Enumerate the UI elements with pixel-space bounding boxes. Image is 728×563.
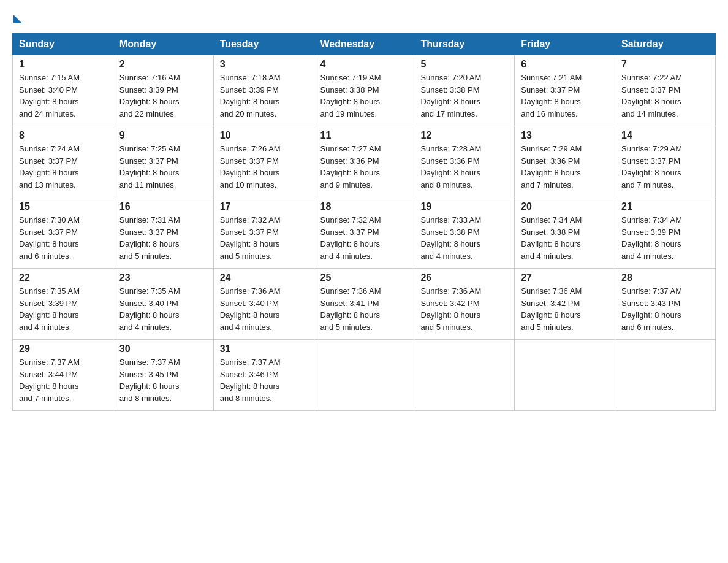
calendar-cell: 3 Sunrise: 7:18 AMSunset: 3:39 PMDayligh… <box>213 55 314 126</box>
weekday-header-thursday: Thursday <box>414 34 515 55</box>
calendar-cell: 4 Sunrise: 7:19 AMSunset: 3:38 PMDayligh… <box>314 55 414 126</box>
day-info: Sunrise: 7:32 AMSunset: 3:37 PMDaylight:… <box>220 214 308 262</box>
day-number: 18 <box>320 201 408 212</box>
day-info: Sunrise: 7:36 AMSunset: 3:42 PMDaylight:… <box>521 285 609 333</box>
day-info: Sunrise: 7:28 AMSunset: 3:36 PMDaylight:… <box>420 143 508 191</box>
calendar-cell: 16 Sunrise: 7:31 AMSunset: 3:37 PMDaylig… <box>113 197 213 269</box>
calendar-cell <box>414 340 515 411</box>
day-number: 23 <box>119 272 207 283</box>
day-info: Sunrise: 7:22 AMSunset: 3:37 PMDaylight:… <box>621 72 709 120</box>
day-info: Sunrise: 7:15 AMSunset: 3:40 PMDaylight:… <box>19 72 107 120</box>
day-info: Sunrise: 7:33 AMSunset: 3:38 PMDaylight:… <box>420 214 508 262</box>
calendar-cell: 29 Sunrise: 7:37 AMSunset: 3:44 PMDaylig… <box>13 340 113 411</box>
day-info: Sunrise: 7:37 AMSunset: 3:43 PMDaylight:… <box>621 285 709 333</box>
day-number: 27 <box>521 272 609 283</box>
calendar-cell: 7 Sunrise: 7:22 AMSunset: 3:37 PMDayligh… <box>615 55 716 126</box>
calendar-cell <box>314 340 414 411</box>
day-info: Sunrise: 7:35 AMSunset: 3:39 PMDaylight:… <box>19 285 107 333</box>
day-number: 28 <box>621 272 709 283</box>
calendar-cell: 30 Sunrise: 7:37 AMSunset: 3:45 PMDaylig… <box>113 340 213 411</box>
day-info: Sunrise: 7:36 AMSunset: 3:42 PMDaylight:… <box>420 285 508 333</box>
calendar-cell <box>515 340 615 411</box>
day-info: Sunrise: 7:29 AMSunset: 3:37 PMDaylight:… <box>621 143 709 191</box>
day-number: 29 <box>19 343 107 354</box>
day-info: Sunrise: 7:36 AMSunset: 3:40 PMDaylight:… <box>220 285 308 333</box>
day-info: Sunrise: 7:37 AMSunset: 3:46 PMDaylight:… <box>220 356 308 404</box>
calendar-cell: 19 Sunrise: 7:33 AMSunset: 3:38 PMDaylig… <box>414 197 515 269</box>
calendar-cell: 14 Sunrise: 7:29 AMSunset: 3:37 PMDaylig… <box>615 126 716 197</box>
day-info: Sunrise: 7:25 AMSunset: 3:37 PMDaylight:… <box>119 143 207 191</box>
calendar-cell: 18 Sunrise: 7:32 AMSunset: 3:37 PMDaylig… <box>314 197 414 269</box>
day-number: 3 <box>220 59 308 70</box>
calendar-cell: 8 Sunrise: 7:24 AMSunset: 3:37 PMDayligh… <box>13 126 113 197</box>
day-info: Sunrise: 7:18 AMSunset: 3:39 PMDaylight:… <box>220 72 308 120</box>
calendar-table: SundayMondayTuesdayWednesdayThursdayFrid… <box>12 33 716 411</box>
day-info: Sunrise: 7:20 AMSunset: 3:38 PMDaylight:… <box>420 72 508 120</box>
calendar-cell: 10 Sunrise: 7:26 AMSunset: 3:37 PMDaylig… <box>213 126 314 197</box>
day-number: 19 <box>420 201 508 212</box>
day-info: Sunrise: 7:16 AMSunset: 3:39 PMDaylight:… <box>119 72 207 120</box>
day-number: 5 <box>420 59 508 70</box>
weekday-header-sunday: Sunday <box>13 34 113 55</box>
calendar-cell: 13 Sunrise: 7:29 AMSunset: 3:36 PMDaylig… <box>515 126 615 197</box>
calendar-cell: 1 Sunrise: 7:15 AMSunset: 3:40 PMDayligh… <box>13 55 113 126</box>
calendar-cell: 2 Sunrise: 7:16 AMSunset: 3:39 PMDayligh… <box>113 55 213 126</box>
calendar-cell: 21 Sunrise: 7:34 AMSunset: 3:39 PMDaylig… <box>615 197 716 269</box>
weekday-header-friday: Friday <box>515 34 615 55</box>
day-number: 8 <box>19 130 107 141</box>
weekday-header-wednesday: Wednesday <box>314 34 414 55</box>
calendar-cell: 20 Sunrise: 7:34 AMSunset: 3:38 PMDaylig… <box>515 197 615 269</box>
day-info: Sunrise: 7:21 AMSunset: 3:37 PMDaylight:… <box>521 72 609 120</box>
weekday-header-tuesday: Tuesday <box>213 34 314 55</box>
day-number: 7 <box>621 59 709 70</box>
calendar-week-4: 22 Sunrise: 7:35 AMSunset: 3:39 PMDaylig… <box>13 269 716 340</box>
day-number: 30 <box>119 343 207 354</box>
calendar-cell: 12 Sunrise: 7:28 AMSunset: 3:36 PMDaylig… <box>414 126 515 197</box>
day-info: Sunrise: 7:34 AMSunset: 3:39 PMDaylight:… <box>621 214 709 262</box>
calendar-cell: 27 Sunrise: 7:36 AMSunset: 3:42 PMDaylig… <box>515 269 615 340</box>
calendar-cell: 17 Sunrise: 7:32 AMSunset: 3:37 PMDaylig… <box>213 197 314 269</box>
weekday-header-row: SundayMondayTuesdayWednesdayThursdayFrid… <box>13 34 716 55</box>
day-number: 6 <box>521 59 609 70</box>
day-number: 17 <box>220 201 308 212</box>
weekday-header-saturday: Saturday <box>615 34 716 55</box>
logo-triangle-icon <box>13 15 22 23</box>
calendar-cell: 28 Sunrise: 7:37 AMSunset: 3:43 PMDaylig… <box>615 269 716 340</box>
day-info: Sunrise: 7:35 AMSunset: 3:40 PMDaylight:… <box>119 285 207 333</box>
day-number: 24 <box>220 272 308 283</box>
day-number: 22 <box>19 272 107 283</box>
day-number: 12 <box>420 130 508 141</box>
day-info: Sunrise: 7:27 AMSunset: 3:36 PMDaylight:… <box>320 143 408 191</box>
day-number: 2 <box>119 59 207 70</box>
day-info: Sunrise: 7:31 AMSunset: 3:37 PMDaylight:… <box>119 214 207 262</box>
day-number: 16 <box>119 201 207 212</box>
day-info: Sunrise: 7:30 AMSunset: 3:37 PMDaylight:… <box>19 214 107 262</box>
day-number: 4 <box>320 59 408 70</box>
day-number: 20 <box>521 201 609 212</box>
calendar-cell: 23 Sunrise: 7:35 AMSunset: 3:40 PMDaylig… <box>113 269 213 340</box>
day-info: Sunrise: 7:37 AMSunset: 3:45 PMDaylight:… <box>119 356 207 404</box>
calendar-cell: 15 Sunrise: 7:30 AMSunset: 3:37 PMDaylig… <box>13 197 113 269</box>
calendar-week-1: 1 Sunrise: 7:15 AMSunset: 3:40 PMDayligh… <box>13 55 716 126</box>
day-number: 1 <box>19 59 107 70</box>
calendar-cell: 31 Sunrise: 7:37 AMSunset: 3:46 PMDaylig… <box>213 340 314 411</box>
calendar-cell: 25 Sunrise: 7:36 AMSunset: 3:41 PMDaylig… <box>314 269 414 340</box>
weekday-header-monday: Monday <box>113 34 213 55</box>
day-number: 15 <box>19 201 107 212</box>
day-info: Sunrise: 7:24 AMSunset: 3:37 PMDaylight:… <box>19 143 107 191</box>
day-info: Sunrise: 7:19 AMSunset: 3:38 PMDaylight:… <box>320 72 408 120</box>
calendar-cell: 11 Sunrise: 7:27 AMSunset: 3:36 PMDaylig… <box>314 126 414 197</box>
page-header <box>12 12 716 23</box>
day-info: Sunrise: 7:32 AMSunset: 3:37 PMDaylight:… <box>320 214 408 262</box>
logo <box>12 12 22 23</box>
calendar-cell: 22 Sunrise: 7:35 AMSunset: 3:39 PMDaylig… <box>13 269 113 340</box>
day-info: Sunrise: 7:36 AMSunset: 3:41 PMDaylight:… <box>320 285 408 333</box>
day-number: 21 <box>621 201 709 212</box>
calendar-cell <box>615 340 716 411</box>
calendar-cell: 24 Sunrise: 7:36 AMSunset: 3:40 PMDaylig… <box>213 269 314 340</box>
day-number: 14 <box>621 130 709 141</box>
day-number: 25 <box>320 272 408 283</box>
day-info: Sunrise: 7:26 AMSunset: 3:37 PMDaylight:… <box>220 143 308 191</box>
day-number: 9 <box>119 130 207 141</box>
calendar-cell: 26 Sunrise: 7:36 AMSunset: 3:42 PMDaylig… <box>414 269 515 340</box>
